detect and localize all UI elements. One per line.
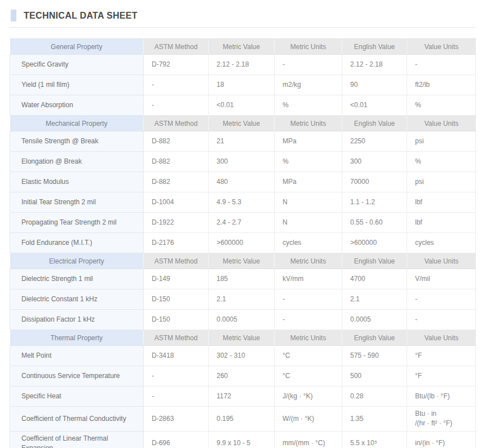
property-value: D-150 [144,289,209,310]
property-value: D-2176 [144,233,209,253]
table-row: Specific GravityD-7922.12 - 2.18-2.12 - … [10,55,476,75]
property-name: Fold Endurance (M.I.T.) [10,233,144,253]
property-value: MPa [275,131,342,152]
property-value: <0.01 [342,95,407,116]
property-value: 300 [209,152,275,172]
property-value: >600000 [209,233,275,253]
property-value: % [275,152,342,172]
property-value: mm/(mm · °C) [275,431,342,448]
property-value: °F [407,366,476,386]
property-value: Btu/(lb · °F) [407,386,476,407]
property-name: Dielectric Strength 1 mil [10,269,144,289]
property-value: 0.0005 [209,310,275,330]
table-row: Coefficient of Thermal ConductivityD-286… [10,407,476,432]
column-header: Value Units [407,253,476,269]
property-value: 2.4 - 2.7 [209,213,275,233]
section-header-row: Thermal PropertyASTM MethodMetric ValueM… [10,330,476,346]
property-value: D-882 [144,152,209,172]
table-row: Water Absorption-<0.01%<0.01% [10,95,476,116]
property-value: - [144,366,209,386]
property-value: 18 [209,75,275,95]
table-row: Specific Heat-1172J/(kg · °K)0.28Btu/(lb… [10,386,476,407]
property-value: D-150 [144,310,209,330]
property-value: 575 - 590 [342,346,407,366]
property-value: D-2863 [144,407,209,432]
property-value: % [275,95,342,116]
property-name: Tensile Strength @ Break [10,131,144,152]
section-header-row: Mechanical PropertyASTM MethodMetric Val… [10,116,476,131]
property-value: N [275,192,342,213]
property-value: - [144,75,209,95]
property-name: Coefficient of Thermal Conductivity [10,407,144,432]
property-value: 302 - 310 [209,346,275,366]
column-header: Metric Value [209,116,275,131]
column-header: Value Units [407,39,476,55]
property-name: Elongation @ Break [10,152,144,172]
title-divider [10,27,475,28]
column-header: Metric Units [275,330,342,346]
title-marker-icon [11,10,16,21]
property-value: 0.0005 [342,310,407,330]
table-row: Tensile Strength @ BreakD-88221MPa2250ps… [10,131,476,152]
property-value: 2.1 [209,289,275,310]
property-value: - [407,55,476,75]
table-row: Initial Tear Strength 2 milD-10044.9 - 5… [10,192,476,213]
property-name: Dielectric Constant 1 kHz [10,289,144,310]
property-value: D-792 [144,55,209,75]
property-value: psi [407,172,476,192]
section-title: General Property [10,39,144,55]
property-value: cycles [275,233,342,253]
column-header: Metric Units [275,39,342,55]
property-value: 5.5 x 10⁵ [342,431,407,448]
page: TECHNICAL DATA SHEET General PropertyAST… [0,0,485,448]
property-name: Yield (1 mil film) [10,75,144,95]
property-value: lbf [407,192,476,213]
property-name: Coefficient of Linear Thermal Expansion [10,431,144,448]
property-value: kV/mm [275,269,342,289]
property-value: °F [407,346,476,366]
property-value: 300 [342,152,407,172]
property-value: V/mil [407,269,476,289]
property-value: >600000 [342,233,407,253]
property-value: N [275,213,342,233]
column-header: English Value [342,330,407,346]
property-value: 21 [209,131,275,152]
property-value: - [275,310,342,330]
property-value: ft2/lb [407,75,476,95]
section-header-row: General PropertyASTM MethodMetric ValueM… [10,39,476,55]
table-row: Melt PointD-3418302 - 310°C575 - 590°F [10,346,476,366]
property-value: 260 [209,366,275,386]
property-value: MPa [275,172,342,192]
property-value: °C [275,366,342,386]
property-value: 1.35 [342,407,407,432]
technical-data-table: General PropertyASTM MethodMetric ValueM… [10,38,476,448]
property-name: Elastic Modulus [10,172,144,192]
table-row: Elongation @ BreakD-882300%300% [10,152,476,172]
column-header: English Value [342,39,407,55]
property-value: 0.195 [209,407,275,432]
property-value: lbf [407,213,476,233]
section-title: Mechanical Property [10,116,144,131]
column-header: English Value [342,116,407,131]
property-name: Specific Heat [10,386,144,407]
property-name: Initial Tear Strength 2 mil [10,192,144,213]
property-value: % [407,152,476,172]
table-row: Fold Endurance (M.I.T.)D-2176>600000cycl… [10,233,476,253]
property-name: Dissipation Factor 1 kHz [10,310,144,330]
property-value: D-149 [144,269,209,289]
property-value: 2250 [342,131,407,152]
property-value: 0.28 [342,386,407,407]
table-row: Coefficient of Linear Thermal ExpansionD… [10,431,476,448]
property-value: - [407,310,476,330]
property-value: °C [275,346,342,366]
property-value: J/(kg · °K) [275,386,342,407]
table-row: Yield (1 mil film)-18m2/kg90ft2/lb [10,75,476,95]
column-header: Metric Value [209,330,275,346]
property-value: 480 [209,172,275,192]
column-header: Metric Units [275,116,342,131]
table-row: Dissipation Factor 1 kHzD-1500.0005-0.00… [10,310,476,330]
property-name: Continuous Service Temperature [10,366,144,386]
property-value: D-882 [144,172,209,192]
property-value: 2.12 - 2.18 [342,55,407,75]
table-row: Dielectric Strength 1 milD-149185kV/mm47… [10,269,476,289]
